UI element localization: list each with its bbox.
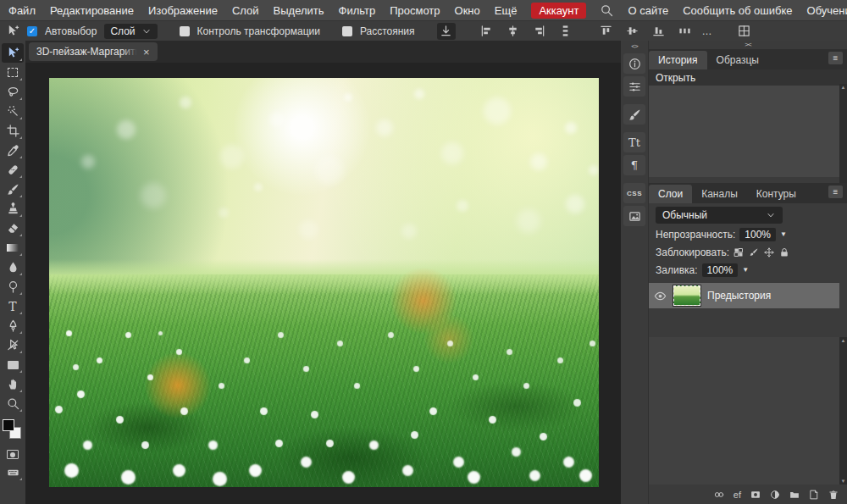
distances-checkbox[interactable] [342,26,352,36]
menu-image[interactable]: Изображение [148,4,218,17]
gradient-tool[interactable] [2,238,24,258]
menu-filter[interactable]: Фильтр [339,4,376,17]
dodge-tool[interactable] [2,277,24,296]
menu-select[interactable]: Выделить [274,4,324,17]
menu-about[interactable]: О сайте [628,4,668,17]
scroll-up-icon[interactable]: ▲ [841,338,846,343]
lock-pixels-icon[interactable] [749,247,759,258]
add-mask-icon[interactable] [750,490,761,500]
history-panel-menu-icon[interactable]: ≡ [828,52,843,64]
document-image[interactable] [49,78,599,487]
menu-file[interactable]: Файл [8,4,36,17]
paragraph-panel-button[interactable]: ¶ [623,155,645,175]
tab-history[interactable]: История [649,51,707,69]
transform-controls-checkbox[interactable] [180,26,190,36]
search-icon[interactable] [601,4,613,17]
menu-more[interactable]: Ещё [495,4,518,17]
pen-tool[interactable] [2,316,24,335]
history-entry[interactable]: Открыть [649,69,847,86]
autoselect-target-dropdown[interactable]: Слой [104,24,157,39]
lock-position-icon[interactable] [764,247,774,258]
layers-scrollbar[interactable]: ▲ ▼ [839,337,847,485]
distribute-horizontal-icon[interactable] [676,23,695,40]
brush-panel-button[interactable] [623,104,645,125]
healing-brush-tool[interactable] [2,160,24,180]
type-tool[interactable]: T [2,296,24,316]
tab-layers[interactable]: Слои [649,185,692,203]
delete-layer-trash-icon[interactable] [828,490,839,500]
menu-view[interactable]: Просмотр [390,4,440,17]
history-scrollbar[interactable]: ▲ ▼ [839,84,847,191]
menu-window[interactable]: Окно [455,4,480,17]
tab-paths[interactable]: Контуры [747,185,805,203]
account-button[interactable]: Аккаунт [531,3,586,19]
layers-bottom-bar: ef [649,485,847,504]
more-options-button[interactable]: … [702,25,713,37]
scroll-up-icon[interactable]: ▲ [841,85,846,90]
menu-report-bug[interactable]: Сообщить об ошибке [683,4,792,17]
align-bottom-icon[interactable] [650,23,668,40]
menu-learn[interactable]: Обучение [807,4,847,17]
arrange-grid-icon[interactable] [735,23,754,40]
align-top-icon[interactable] [597,23,616,40]
magic-wand-tool[interactable] [2,102,24,121]
document-tab[interactable]: 3D-пейзаж-Маргаритки × [29,42,158,61]
character-panel-button[interactable]: Tt [623,132,645,152]
layer-visibility-eye-icon[interactable] [654,290,667,302]
properties-panel-button[interactable] [623,76,645,97]
eyedropper-tool[interactable] [2,141,24,160]
autoselect-checkbox[interactable]: ✓ [27,26,37,36]
tab-channels[interactable]: Каналы [692,185,747,203]
close-icon[interactable]: × [143,46,150,58]
menu-layer[interactable]: Слой [232,4,259,17]
eraser-tool[interactable] [2,219,24,238]
layers-panel-menu-icon[interactable]: ≡ [828,186,843,198]
right-panel: >< История Образцы ≡ Открыть ▲ ▼ Слои Ка… [648,41,847,504]
collapse-strip-handle[interactable]: <> [631,42,637,51]
image-panel-button[interactable] [623,206,645,226]
css-panel-button[interactable]: CSS [623,183,645,203]
lasso-tool[interactable] [2,82,24,102]
link-layers-icon[interactable] [714,490,724,500]
opacity-slider-icon[interactable]: ▼ [780,230,787,238]
foreground-color-swatch[interactable] [3,419,14,431]
brush-tool[interactable] [2,180,24,199]
color-swatches[interactable] [2,418,24,444]
align-right-icon[interactable] [530,23,549,40]
crop-tool[interactable] [2,121,24,141]
blend-mode-value: Обычный [662,209,707,221]
layer-thumbnail[interactable] [673,285,700,306]
blend-mode-dropdown[interactable]: Обычный [656,207,783,224]
move-tool[interactable] [2,43,24,63]
keyboard-shortcuts-button[interactable] [2,462,24,482]
new-group-folder-icon[interactable] [789,490,800,500]
new-layer-icon[interactable] [809,490,819,500]
layer-effects-button[interactable]: ef [734,490,741,500]
opacity-value[interactable]: 100% [739,228,776,241]
hand-tool[interactable] [2,374,24,394]
collapse-panel-handle[interactable]: >< [649,41,847,49]
tab-swatches[interactable]: Образцы [707,51,768,69]
lock-all-icon[interactable] [779,247,789,258]
fill-value[interactable]: 100% [702,263,739,277]
layer-row[interactable]: Предыстория [649,283,839,308]
quick-mask-button[interactable] [7,450,19,459]
align-middle-icon[interactable] [623,23,642,40]
adjustment-layer-icon[interactable] [770,490,780,500]
lock-transparency-icon[interactable] [734,247,744,258]
auto-align-icon[interactable] [437,23,456,40]
clone-stamp-tool[interactable] [2,199,24,219]
info-panel-button[interactable] [623,53,645,74]
path-select-tool[interactable] [2,335,24,355]
menu-edit[interactable]: Редактирование [50,4,134,17]
blur-tool[interactable] [2,258,24,277]
align-left-icon[interactable] [478,23,496,40]
marquee-tool[interactable] [2,63,24,82]
fill-slider-icon[interactable]: ▼ [742,266,749,274]
scroll-down-icon[interactable]: ▼ [841,479,846,484]
canvas-area: 3D-пейзаж-Маргаритки × [25,41,621,504]
shape-tool[interactable] [2,355,24,374]
zoom-tool[interactable] [2,394,24,413]
distribute-vertical-icon[interactable] [556,23,575,40]
align-center-horizontal-icon[interactable] [504,23,523,40]
